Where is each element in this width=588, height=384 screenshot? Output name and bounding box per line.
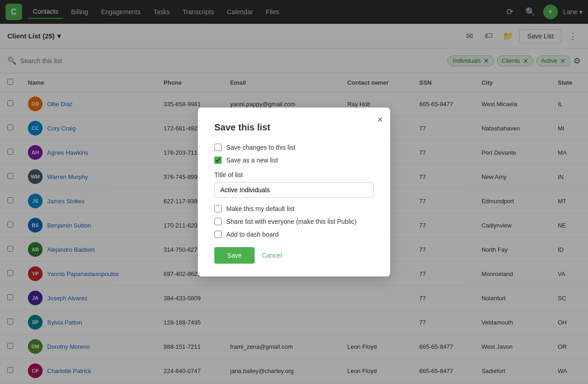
share-list-checkbox[interactable] — [214, 218, 222, 225]
option-save-new: Save as a new list — [214, 157, 374, 164]
option-dashboard: Add to dash board — [214, 231, 374, 238]
save-changes-checkbox[interactable] — [214, 144, 222, 151]
save-new-checkbox[interactable] — [214, 157, 222, 164]
modal-overlay[interactable]: × Save this list Save changes to this li… — [0, 0, 588, 384]
save-list-modal: × Save this list Save changes to this li… — [198, 108, 390, 276]
default-list-checkbox[interactable] — [214, 205, 222, 212]
modal-cancel-button[interactable]: Cancel — [262, 252, 282, 259]
dashboard-checkbox[interactable] — [214, 231, 222, 238]
share-list-label[interactable]: Share list with everyone (make this list… — [226, 218, 357, 225]
option-default-list: Make this my default list — [214, 205, 374, 212]
option-save-changes: Save changes to this list — [214, 144, 374, 151]
modal-actions: Save Cancel — [214, 247, 374, 264]
default-list-label[interactable]: Make this my default list — [226, 205, 294, 212]
title-of-list-label: Title of list — [214, 171, 374, 178]
modal-save-button[interactable]: Save — [214, 247, 255, 264]
dashboard-label[interactable]: Add to dash board — [226, 231, 278, 238]
modal-close-button[interactable]: × — [377, 115, 383, 124]
modal-title: Save this list — [214, 122, 374, 133]
save-new-label[interactable]: Save as a new list — [226, 157, 278, 164]
option-share-list: Share list with everyone (make this list… — [214, 218, 374, 225]
list-title-input[interactable] — [214, 182, 374, 198]
save-changes-label[interactable]: Save changes to this list — [226, 144, 295, 151]
